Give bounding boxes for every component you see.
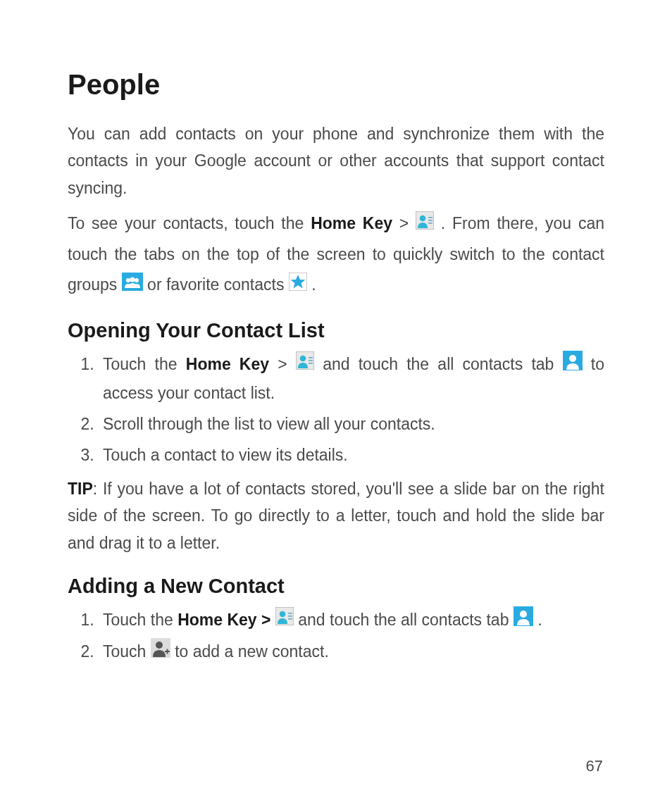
people-app-icon bbox=[296, 351, 314, 379]
star-icon bbox=[289, 270, 307, 301]
contact-tab-icon bbox=[514, 606, 533, 635]
text: To see your contacts, touch the bbox=[68, 214, 311, 232]
tip-paragraph: TIP: If you have a lot of contacts store… bbox=[68, 475, 604, 556]
text: or favorite contacts bbox=[143, 275, 289, 294]
text: . bbox=[307, 275, 316, 294]
home-key-label: Home Key bbox=[311, 214, 392, 232]
intro-paragraph-2: To see your contacts, touch the Home Key… bbox=[68, 208, 604, 301]
section-heading-adding: Adding a New Contact bbox=[68, 575, 604, 598]
home-key-label: Home Key bbox=[186, 355, 269, 373]
text: Touch bbox=[103, 642, 151, 661]
tip-label: TIP bbox=[68, 480, 93, 498]
opening-steps-list: Touch the Home Key > and touch the all c… bbox=[68, 351, 604, 470]
adding-steps-list: Touch the Home Key > and touch the all c… bbox=[68, 606, 604, 668]
intro-paragraph-1: You can add contacts on your phone and s… bbox=[68, 120, 604, 201]
text: Touch the bbox=[103, 355, 186, 373]
add-contact-icon bbox=[151, 638, 170, 667]
text: > bbox=[269, 355, 296, 373]
text: : If you have a lot of contacts stored, … bbox=[68, 480, 604, 552]
text: and touch the all contacts tab bbox=[314, 355, 563, 373]
list-item: Touch a contact to view its details. bbox=[99, 442, 604, 470]
contact-tab-icon bbox=[563, 351, 583, 380]
people-app-icon bbox=[416, 209, 434, 239]
text: . bbox=[533, 611, 542, 629]
list-item: Touch to add a new contact. bbox=[99, 638, 604, 667]
section-heading-opening: Opening Your Contact List bbox=[68, 319, 604, 342]
people-app-icon bbox=[275, 606, 294, 635]
list-item: Touch the Home Key > and touch the all c… bbox=[99, 351, 604, 408]
list-item: Scroll through the list to view all your… bbox=[99, 411, 604, 439]
groups-icon bbox=[122, 270, 143, 301]
page-number: 67 bbox=[586, 757, 603, 775]
text: and touch the all contacts tab bbox=[294, 611, 514, 629]
page-title: People bbox=[68, 69, 604, 101]
text: > bbox=[392, 214, 416, 232]
text: Touch the bbox=[103, 611, 178, 629]
home-key-label: Home Key > bbox=[178, 611, 270, 629]
list-item: Touch the Home Key > and touch the all c… bbox=[99, 606, 604, 635]
text: to add a new contact. bbox=[170, 642, 329, 661]
